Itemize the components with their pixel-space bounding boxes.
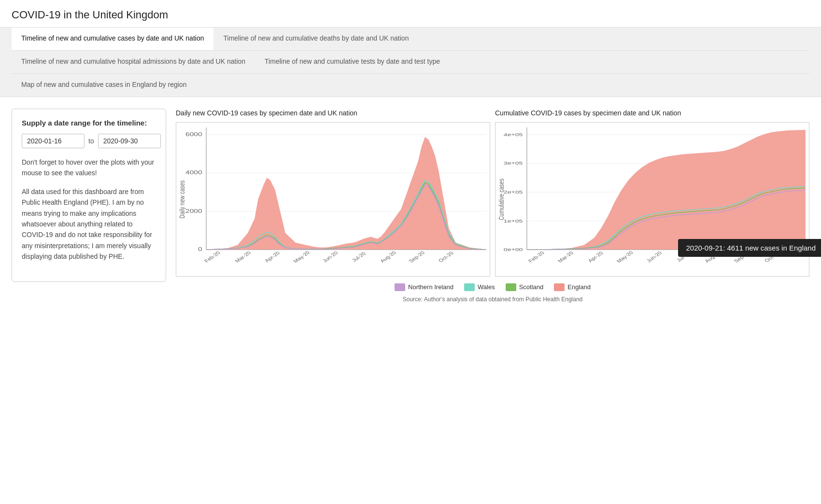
tooltip-box: 2020-09-21: 4611 new cases in England xyxy=(678,239,821,257)
cumulative-cases-chart-title: Cumulative COVID-19 cases by specimen da… xyxy=(495,109,809,118)
svg-text:4e+05: 4e+05 xyxy=(504,131,523,137)
cumulative-cases-chart-area[interactable]: 4e+05 3e+05 2e+05 1e+05 0e+00 Cumulative… xyxy=(495,122,809,277)
legend-scotland: Scotland xyxy=(506,283,544,291)
svg-text:2e+05: 2e+05 xyxy=(504,189,523,195)
svg-text:0e+00: 0e+00 xyxy=(504,247,523,252)
main-content: Supply a date range for the timeline: to… xyxy=(0,97,821,308)
cumulative-cases-chart-container: Cumulative COVID-19 cases by specimen da… xyxy=(495,109,809,277)
svg-text:Oct-20: Oct-20 xyxy=(437,251,455,263)
tab-map[interactable]: Map of new and cumulative cases in Engla… xyxy=(12,74,196,97)
daily-cases-chart-area[interactable]: 6000 4000 2000 0 Daily new cases xyxy=(176,122,490,277)
legend-england: England xyxy=(554,283,591,291)
hover-info-text: Don't forget to hover over the plots wit… xyxy=(22,157,156,179)
tabs-section: Timeline of new and cumulative cases by … xyxy=(0,27,821,97)
source-text: Source: Author's analysis of data obtain… xyxy=(176,296,809,308)
date-card-title: Supply a date range for the timeline: xyxy=(22,119,156,127)
date-range-row: to xyxy=(22,134,156,148)
tab-tests[interactable]: Timeline of new and cumulative tests by … xyxy=(255,51,450,73)
right-panel: Daily new COVID-19 cases by specimen dat… xyxy=(176,109,809,308)
page-title: COVID-19 in the United Kingdom xyxy=(0,0,821,27)
start-date-input[interactable] xyxy=(22,134,85,148)
svg-text:Mar-20: Mar-20 xyxy=(556,250,575,263)
left-panel: Supply a date range for the timeline: to… xyxy=(12,109,166,308)
svg-text:Jul-20: Jul-20 xyxy=(351,251,367,262)
svg-text:Apr-20: Apr-20 xyxy=(263,251,281,263)
svg-text:Jun-20: Jun-20 xyxy=(321,250,339,263)
svg-text:Daily new cases: Daily new cases xyxy=(178,180,186,218)
svg-text:4000: 4000 xyxy=(185,169,202,175)
svg-text:6000: 6000 xyxy=(185,131,202,137)
svg-text:May-20: May-20 xyxy=(292,250,311,264)
svg-text:May-20: May-20 xyxy=(615,250,635,264)
tab-cases[interactable]: Timeline of new and cumulative cases by … xyxy=(12,28,213,50)
svg-text:Apr-20: Apr-20 xyxy=(587,251,605,263)
tabs-row-1: Timeline of new and cumulative cases by … xyxy=(12,28,809,50)
svg-text:Feb-20: Feb-20 xyxy=(203,250,221,263)
tabs-row-2: Timeline of new and cumulative hospital … xyxy=(12,50,809,73)
svg-text:3e+05: 3e+05 xyxy=(504,160,523,166)
svg-text:Mar-20: Mar-20 xyxy=(234,250,252,263)
svg-text:Sep-20: Sep-20 xyxy=(407,250,426,263)
northern-ireland-swatch xyxy=(395,283,405,291)
england-label: England xyxy=(567,283,591,291)
daily-cases-svg: 6000 4000 2000 0 Daily new cases xyxy=(176,123,490,276)
svg-text:Feb-20: Feb-20 xyxy=(527,250,545,263)
svg-text:Aug-20: Aug-20 xyxy=(379,250,397,263)
legend-row: Northern Ireland Wales Scotland England xyxy=(176,283,809,291)
legend-northern-ireland: Northern Ireland xyxy=(395,283,453,291)
svg-text:1e+05: 1e+05 xyxy=(504,218,523,223)
svg-text:Jun-20: Jun-20 xyxy=(645,250,663,263)
tab-hospital[interactable]: Timeline of new and cumulative hospital … xyxy=(12,51,255,73)
svg-text:Cumulative cases: Cumulative cases xyxy=(497,178,505,220)
svg-text:2000: 2000 xyxy=(185,208,202,214)
england-swatch xyxy=(554,283,565,291)
date-to-label: to xyxy=(88,137,94,145)
wales-swatch xyxy=(464,283,475,291)
tab-deaths[interactable]: Timeline of new and cumulative deaths by… xyxy=(213,28,418,50)
scotland-label: Scotland xyxy=(519,283,544,291)
end-date-input[interactable] xyxy=(98,134,161,148)
daily-cases-chart-title: Daily new COVID-19 cases by specimen dat… xyxy=(176,109,490,118)
tabs-row-3: Map of new and cumulative cases in Engla… xyxy=(12,73,809,97)
scotland-swatch xyxy=(506,283,516,291)
northern-ireland-label: Northern Ireland xyxy=(408,283,453,291)
disclaimer-text: All data used for this dashboard are fro… xyxy=(22,186,156,262)
legend-wales: Wales xyxy=(464,283,495,291)
date-card: Supply a date range for the timeline: to… xyxy=(12,109,166,282)
charts-row: Daily new COVID-19 cases by specimen dat… xyxy=(176,109,809,277)
daily-cases-chart-container: Daily new COVID-19 cases by specimen dat… xyxy=(176,109,490,277)
wales-label: Wales xyxy=(478,283,495,291)
svg-text:0: 0 xyxy=(198,246,202,252)
